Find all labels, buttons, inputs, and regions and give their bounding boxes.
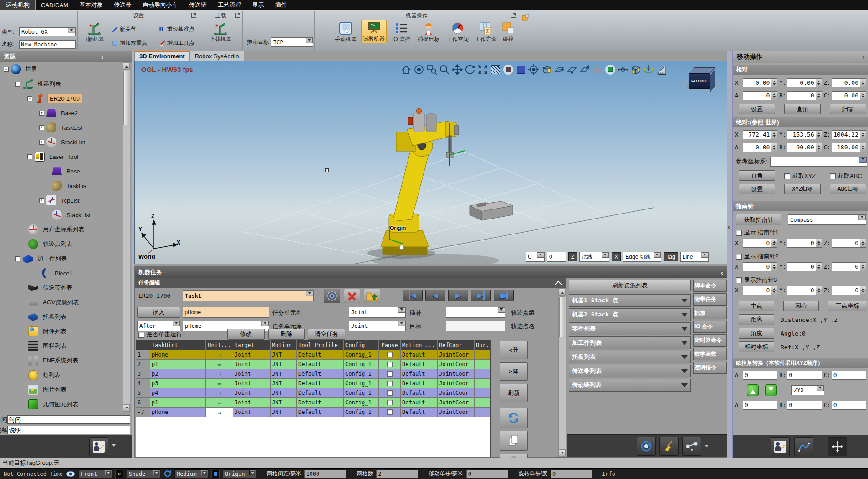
quality-combo[interactable]: Medium — [174, 469, 208, 478]
box-section-icon[interactable] — [541, 64, 552, 75]
show-compass2-checkbox[interactable]: 显示 指南针2 — [736, 252, 779, 260]
zoom-icon[interactable] — [439, 64, 450, 75]
chevron-down-icon[interactable] — [306, 291, 313, 296]
table-row[interactable]: 3 p2 ⇒ Joint JNT Default Config_1 Defaul… — [136, 369, 490, 379]
origin-combo[interactable]: Origin — [223, 469, 256, 478]
scroll-up-icon[interactable] — [559, 288, 566, 296]
compass-combo[interactable]: Compass — [788, 214, 866, 225]
expand-expander-icon[interactable]: + — [39, 125, 44, 130]
angle-button[interactable]: 角度 — [739, 328, 774, 339]
math-function-button[interactable]: 数学函数 — [693, 348, 727, 360]
resource-dropdown-machine1-stack[interactable]: 机器1 Stack 点 — [569, 294, 691, 307]
task-scrollbar[interactable] — [558, 288, 566, 457]
expand-expander-icon[interactable]: + — [39, 140, 44, 145]
table-row[interactable]: 1 pHome ⇒ Joint JNT Default Config_1 Def… — [136, 350, 490, 360]
scroll-down-icon[interactable] — [123, 404, 130, 412]
chevron-down-icon[interactable] — [398, 321, 405, 326]
record-icon[interactable] — [502, 64, 514, 75]
chevron-down-icon[interactable] — [537, 252, 544, 258]
plane-xy-icon[interactable] — [553, 64, 565, 75]
rel-a-field[interactable]: 0 — [743, 91, 777, 100]
expand-expander-icon[interactable]: + — [39, 111, 44, 116]
refresh-button[interactable]: 刷新 — [500, 384, 528, 402]
fit-view-icon[interactable] — [477, 64, 488, 75]
tree-item-workpiece-list[interactable]: -加工件列表 — [0, 251, 122, 266]
refresh-icon[interactable] — [163, 470, 171, 478]
tree-scrollbar[interactable] — [123, 62, 130, 412]
resource-dropdown-pallet-list[interactable]: 托盘列表 — [569, 351, 691, 363]
tree-item-world[interactable]: -世界 — [0, 62, 122, 76]
expand-expander-icon[interactable]: + — [39, 198, 44, 203]
play-button[interactable]: ▶ — [448, 290, 468, 301]
drag-target-combo[interactable]: TCP — [271, 37, 313, 47]
compass1-y-field[interactable]: 0 — [787, 239, 822, 248]
spinner-icon[interactable] — [816, 286, 822, 295]
rel-c-field[interactable]: 0.00 — [832, 91, 866, 100]
dialog-launcher-icon[interactable] — [235, 13, 240, 18]
single-run-checkbox[interactable]: 是否单击运行 — [138, 331, 182, 339]
pause-checkbox[interactable] — [387, 352, 393, 357]
chevron-down-icon[interactable] — [105, 470, 112, 475]
get-compass-button[interactable]: 获取指南针 — [736, 214, 781, 225]
path-points-icon[interactable] — [617, 64, 628, 75]
hatch-display-icon[interactable] — [490, 64, 501, 75]
spinner-icon[interactable] — [860, 286, 866, 295]
spinner-icon[interactable] — [816, 92, 822, 100]
add-place-point-button[interactable]: 增加放置点 — [112, 39, 147, 47]
type-combo[interactable]: Robot_6X — [19, 27, 76, 36]
collapse-expander-icon[interactable]: - — [15, 82, 20, 87]
chevron-down-icon[interactable] — [701, 252, 708, 258]
rel-cartesian-button[interactable]: 直角 — [784, 104, 821, 114]
dialog-launcher-icon[interactable] — [191, 13, 196, 18]
spinner-icon[interactable] — [816, 131, 822, 139]
script-command-button[interactable]: 脚本命令 — [693, 280, 727, 292]
menu-motion-mechanism[interactable]: 运动机构 — [0, 0, 36, 10]
rel-y-field[interactable]: 0.00 — [787, 78, 822, 87]
menu-display[interactable]: 显示 — [247, 0, 270, 10]
u-value-input[interactable] — [547, 252, 566, 262]
resource-dropdown-part-list[interactable]: 零件列表 — [569, 322, 691, 335]
euler-down-button[interactable] — [765, 384, 777, 396]
collapse-expander-icon[interactable]: - — [15, 256, 20, 261]
tree-item-trackpoint-list[interactable]: 轨迹点列表 — [0, 237, 122, 251]
checkbox-icon[interactable] — [736, 230, 742, 236]
tree-item-tcplist[interactable]: +TcpList — [0, 193, 122, 208]
euler-a2-field[interactable]: 0 — [743, 401, 777, 410]
chevron-down-icon[interactable] — [817, 386, 824, 391]
abs-z-field[interactable]: 1004.22 — [832, 130, 866, 139]
tree-item-base[interactable]: Base — [0, 164, 122, 178]
tree-item-pnf-list[interactable]: PNF系统列表 — [0, 353, 122, 368]
circle-center-button[interactable]: 圆心 — [783, 301, 819, 311]
clean-button[interactable] — [659, 437, 679, 456]
show-compass1-checkbox[interactable]: 显示 指南针1 — [736, 229, 779, 237]
note-input[interactable] — [7, 426, 130, 434]
arc-rotate-icon[interactable] — [592, 64, 603, 75]
right-splitter[interactable]: ‹ — [727, 51, 732, 458]
tree-item-picture-list[interactable]: 图片列表 — [0, 382, 122, 397]
relative-coord-button[interactable]: 相对坐标 — [739, 341, 774, 352]
tree-item-stacklist2[interactable]: StackList — [0, 208, 122, 222]
step-forward-button[interactable]: ▶ — [471, 290, 491, 301]
tree-item-er20-1700[interactable]: -ER20-1700 — [0, 91, 122, 106]
ribbon-misc-icon[interactable] — [522, 14, 529, 21]
pause-checkbox[interactable] — [387, 390, 393, 396]
target-center-icon[interactable] — [528, 64, 539, 75]
compass3-y-field[interactable]: 0 — [787, 286, 822, 295]
grid-spacing-input[interactable] — [304, 470, 346, 478]
pause-checkbox[interactable] — [387, 400, 393, 405]
box-3d-icon[interactable] — [630, 64, 641, 75]
tree-item-machine-list[interactable]: -机器列表 — [0, 76, 122, 91]
tree-item-attachment-list[interactable]: 附件列表 — [0, 324, 122, 339]
rel-set-button[interactable]: 设置 — [739, 104, 775, 114]
tree-item-base2[interactable]: +Base2 — [0, 106, 122, 120]
move-tool-button[interactable] — [828, 437, 847, 456]
dialog-launcher-icon[interactable] — [511, 13, 516, 18]
collapse-left-icon[interactable]: ‹ — [728, 223, 730, 230]
time-input[interactable] — [7, 415, 130, 424]
spinner-icon[interactable] — [860, 263, 866, 271]
pause-checkbox[interactable] — [387, 371, 393, 377]
trackname-input[interactable] — [446, 321, 505, 331]
collapse-expander-icon[interactable]: - — [27, 96, 32, 101]
normal-combo[interactable]: 法线 — [579, 252, 609, 262]
curve-tool-button[interactable] — [794, 437, 813, 456]
